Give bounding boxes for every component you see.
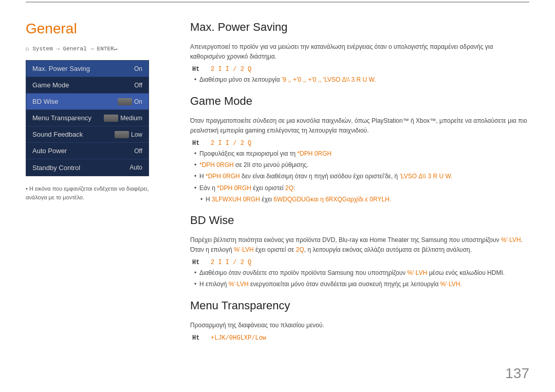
menu-item-value: Low (131, 131, 142, 138)
menu-item-value: Off (134, 147, 142, 155)
menu-item-standby-control[interactable]: Standby Control Auto (26, 159, 149, 176)
section-menu-transparency: Menu Transparency Προσαρμογή της διαφάνε… (190, 299, 529, 342)
section-bd-wise: BD Wise Παρέχει βέλτιστη ποιότητα εικόνα… (190, 214, 529, 290)
menu-item-auto-power[interactable]: Auto Power Off (26, 143, 149, 159)
value-line-game-mode: Ht 2 I I / 2 Q (192, 140, 529, 147)
note-text: Η εικόνα που εμφανίζεται ενδέχεται να δι… (26, 184, 170, 201)
slider-thumb-icon (115, 131, 129, 138)
menu-item-game-mode[interactable]: Game Mode Off (26, 77, 149, 94)
section-desc-game-mode: Όταν πραγματοποιείτε σύνδεση σε μια κονσ… (190, 116, 529, 136)
bullet-max-power-1: Διαθέσιμο μόνο σε λειτουργία '9 ,, +'0 ,… (194, 75, 529, 85)
slider-thumb-icon (118, 98, 132, 105)
bullet-game-mode-5: Η 3LFWXUH 0RGH έχει 6WDQGDUGκαι η 6RXQGα… (200, 195, 529, 204)
slider-thumb-icon (104, 115, 118, 122)
menu-item-value: On (134, 98, 142, 105)
value-line-max-power: Ht 2 I I / 2 Q (192, 66, 529, 73)
menu-item-value: Off (134, 82, 142, 89)
breadcrumb: ⌂ System → General → ENTER↵ (26, 45, 170, 52)
section-desc-max-power-saving: Απενεργοποιεί το προϊόν για να μειώσει τ… (190, 42, 529, 62)
menu-item-value: On (134, 65, 142, 72)
bullet-game-mode-2: *DPH 0RGH σε 2II στο μενού ρύθμισης. (194, 160, 529, 170)
bullet-game-mode-4: Εάν η *DPH 0RGH έχει οριστεί 2Q: (194, 183, 529, 193)
section-title: General (26, 21, 170, 37)
section-heading-menu-transparency: Menu Transparency (190, 299, 529, 315)
menu-item-label: Menu Transparency (32, 114, 91, 122)
menu-item-max-power-saving[interactable]: Max. Power Saving On (26, 61, 149, 77)
section-heading-game-mode: Game Mode (190, 95, 529, 111)
menu-item-label: Standby Control (32, 164, 80, 172)
menu-item-value: Auto (130, 164, 142, 171)
menu-item-label: Game Mode (32, 81, 69, 89)
menu-item-bd-wise[interactable]: BD Wise On (26, 94, 149, 110)
value-line-menu-transparency: Ht +LJK/0HGLXP/Low (192, 334, 529, 342)
section-heading-max-power-saving: Max. Power Saving (190, 21, 529, 37)
value-line-bd-wise: Ht 2 I I / 2 Q (192, 259, 529, 266)
right-panel: Max. Power Saving Απενεργοποιεί το προϊό… (190, 21, 529, 377)
section-heading-bd-wise: BD Wise (190, 214, 529, 230)
page-number: 137 (505, 365, 529, 382)
bullet-game-mode-1: Προφυλάξεις και περιορισμοί για τη *DPH … (194, 149, 529, 159)
section-game-mode: Game Mode Όταν πραγματοποιείτε σύνδεση σ… (190, 95, 529, 204)
bullet-bd-wise-2: Η επιλογή %'·LVH ενεργοποιείται μόνο ότα… (194, 279, 529, 289)
bullet-game-mode-3: Η *DPH 0RGH δεν είναι διαθέσιμη όταν η π… (194, 172, 529, 181)
section-desc-bd-wise: Παρέχει βέλτιστη ποιότητα εικόνας για πρ… (190, 235, 529, 255)
menu-item-value: Medium (120, 115, 142, 122)
section-desc-menu-transparency: Προσαρμογή της διαφάνειας του πλαισίου μ… (190, 321, 529, 330)
section-max-power-saving: Max. Power Saving Απενεργοποιεί το προϊό… (190, 21, 529, 85)
menu-container: Max. Power Saving On Game Mode Off BD Wi… (26, 60, 149, 176)
menu-item-menu-transparency[interactable]: Menu Transparency Medium (26, 110, 149, 126)
menu-item-label: BD Wise (32, 98, 59, 105)
menu-item-label: Sound Feedback (32, 130, 83, 138)
menu-item-sound-feedback[interactable]: Sound Feedback Low (26, 126, 149, 143)
left-panel: General ⌂ System → General → ENTER↵ Max.… (26, 21, 170, 377)
bullet-bd-wise-1: Διαθέσιμο όταν συνδέετε στο προϊόν προϊό… (194, 268, 529, 278)
menu-item-label: Max. Power Saving (32, 65, 90, 72)
menu-item-label: Auto Power (32, 147, 67, 155)
